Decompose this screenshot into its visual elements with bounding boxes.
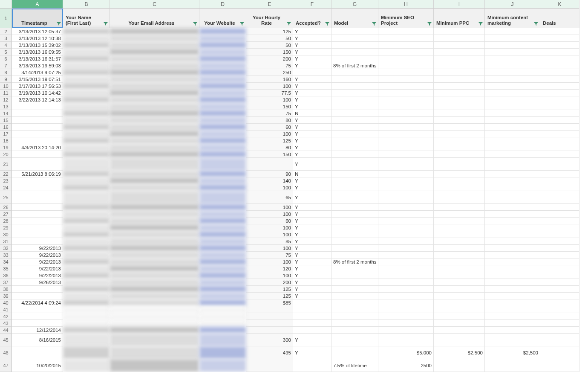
cell-deals[interactable]	[540, 272, 579, 279]
row-header-30[interactable]: 30	[0, 231, 12, 238]
header-cell-B[interactable]: Your Name (First Last)	[63, 9, 110, 28]
cell-name-redacted[interactable]	[63, 265, 110, 272]
filter-icon[interactable]	[240, 22, 244, 26]
filter-icon[interactable]	[57, 22, 61, 26]
cell-model[interactable]: 8% of first 2 months	[331, 62, 378, 69]
cell-rate[interactable]: 125	[246, 293, 293, 299]
cell-ppc[interactable]	[434, 62, 485, 69]
cell-accepted[interactable]: Y	[293, 279, 331, 286]
cell-accepted[interactable]: Y	[293, 124, 331, 131]
cell-email-redacted[interactable]	[110, 218, 199, 224]
cell-accepted[interactable]: Y	[293, 83, 331, 90]
row-header-11[interactable]: 11	[0, 90, 12, 96]
cell-deals[interactable]	[540, 103, 579, 110]
col-header-D[interactable]: D	[199, 0, 246, 9]
cell-content-marketing[interactable]	[485, 299, 540, 306]
cell-timestamp[interactable]	[12, 204, 63, 211]
cell-email-redacted[interactable]	[110, 28, 199, 35]
cell-name-redacted[interactable]	[63, 90, 110, 96]
cell-accepted[interactable]: Y	[293, 177, 331, 184]
cell-timestamp[interactable]	[12, 131, 63, 137]
cell-email-redacted[interactable]	[110, 144, 199, 151]
cell-content-marketing[interactable]	[485, 211, 540, 218]
cell-rate[interactable]: $85	[246, 299, 293, 306]
header-cell-C[interactable]: Your Email Address	[110, 9, 199, 28]
cell-rate[interactable]: 150	[246, 103, 293, 110]
cell-website-redacted[interactable]	[199, 96, 246, 103]
cell-timestamp[interactable]	[12, 137, 63, 144]
cell-model[interactable]	[331, 272, 378, 279]
cell-email-redacted[interactable]	[110, 306, 199, 313]
cell-deals[interactable]	[540, 49, 579, 55]
row-header-12[interactable]: 12	[0, 96, 12, 103]
cell-model[interactable]	[331, 124, 378, 131]
cell-name-redacted[interactable]	[63, 144, 110, 151]
cell-rate[interactable]: 495	[246, 346, 293, 359]
cell-accepted[interactable]: Y	[293, 96, 331, 103]
cell-deals[interactable]	[540, 306, 579, 313]
cell-timestamp[interactable]: 3/14/2013 9:07:25	[12, 69, 63, 76]
cell-ppc[interactable]	[434, 117, 485, 124]
cell-accepted[interactable]: Y	[293, 211, 331, 218]
cell-seo[interactable]	[378, 177, 434, 184]
cell-deals[interactable]	[540, 286, 579, 293]
cell-seo[interactable]	[378, 90, 434, 96]
cell-website-redacted[interactable]	[199, 124, 246, 131]
cell-content-marketing[interactable]	[485, 103, 540, 110]
row-header-14[interactable]: 14	[0, 110, 12, 117]
row-header-17[interactable]: 17	[0, 131, 12, 137]
cell-accepted[interactable]: Y	[293, 218, 331, 224]
cell-content-marketing[interactable]	[485, 265, 540, 272]
cell-accepted[interactable]: Y	[293, 224, 331, 231]
cell-accepted[interactable]: Y	[293, 231, 331, 238]
cell-rate[interactable]	[246, 158, 293, 171]
row-header-6[interactable]: 6	[0, 55, 12, 62]
row-header-15[interactable]: 15	[0, 117, 12, 124]
cell-website-redacted[interactable]	[199, 306, 246, 313]
cell-deals[interactable]	[540, 90, 579, 96]
cell-accepted[interactable]: Y	[293, 90, 331, 96]
cell-rate[interactable]: 100	[246, 204, 293, 211]
row-header-38[interactable]: 38	[0, 286, 12, 293]
cell-seo[interactable]	[378, 83, 434, 90]
cell-timestamp[interactable]	[12, 293, 63, 299]
col-header-G[interactable]: G	[331, 0, 378, 9]
cell-email-redacted[interactable]	[110, 211, 199, 218]
cell-accepted[interactable]	[293, 320, 331, 327]
cell-ppc[interactable]	[434, 265, 485, 272]
cell-model[interactable]	[331, 76, 378, 83]
cell-email-redacted[interactable]	[110, 272, 199, 279]
cell-email-redacted[interactable]	[110, 83, 199, 90]
col-header-B[interactable]: B	[63, 0, 110, 9]
cell-rate[interactable]: 100	[246, 245, 293, 252]
cell-website-redacted[interactable]	[199, 158, 246, 171]
cell-timestamp[interactable]	[12, 211, 63, 218]
cell-model[interactable]	[331, 35, 378, 42]
cell-accepted[interactable]: Y	[293, 117, 331, 124]
cell-seo[interactable]	[378, 62, 434, 69]
select-all-corner[interactable]	[0, 0, 12, 9]
cell-accepted[interactable]: Y	[293, 272, 331, 279]
cell-model[interactable]	[331, 117, 378, 124]
cell-content-marketing[interactable]	[485, 252, 540, 258]
cell-email-redacted[interactable]	[110, 279, 199, 286]
cell-email-redacted[interactable]	[110, 124, 199, 131]
cell-model[interactable]	[331, 184, 378, 191]
cell-email-redacted[interactable]	[110, 204, 199, 211]
row-header-46[interactable]: 46	[0, 346, 12, 359]
cell-ppc[interactable]	[434, 286, 485, 293]
cell-name-redacted[interactable]	[63, 103, 110, 110]
cell-timestamp[interactable]	[12, 320, 63, 327]
cell-timestamp[interactable]: 4/3/2013 20:14:20	[12, 144, 63, 151]
row-header-25[interactable]: 25	[0, 191, 12, 204]
cell-timestamp[interactable]: 3/13/2013 12:05:37	[12, 28, 63, 35]
cell-timestamp[interactable]: 3/19/2013 10:14:42	[12, 90, 63, 96]
cell-accepted[interactable]: Y	[293, 158, 331, 171]
cell-ppc[interactable]	[434, 320, 485, 327]
cell-rate[interactable]	[246, 359, 293, 372]
cell-accepted[interactable]	[293, 359, 331, 372]
cell-ppc[interactable]	[434, 306, 485, 313]
cell-name-redacted[interactable]	[63, 158, 110, 171]
cell-ppc[interactable]	[434, 238, 485, 245]
cell-seo[interactable]	[378, 137, 434, 144]
